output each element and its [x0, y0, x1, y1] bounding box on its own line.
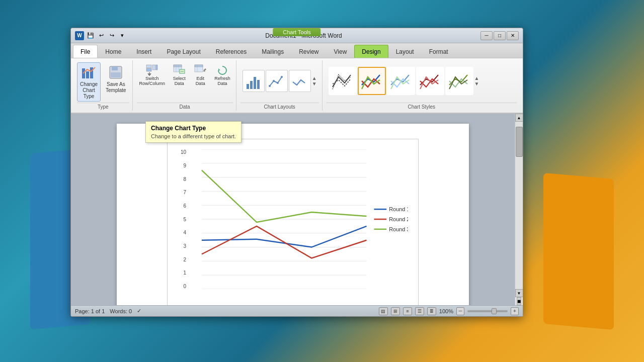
styles-scroll-up[interactable]: ▲ [474, 75, 479, 81]
y-label-6: 6 [171, 203, 186, 209]
vertical-scrollbar[interactable]: ▲ ▼ ◼ [515, 114, 523, 305]
zoom-in-btn[interactable]: + [511, 307, 519, 315]
page-info: Page: 1 of 1 [75, 308, 105, 314]
svg-marker-20 [218, 68, 220, 70]
undo-quick-btn[interactable]: ↩ [97, 31, 106, 40]
save-as-template-button[interactable]: Save AsTemplate [103, 62, 129, 96]
redo-quick-btn[interactable]: ↪ [107, 31, 116, 40]
scroll-up-button[interactable]: ▲ [515, 114, 523, 122]
tab-page-layout[interactable]: Page Layout [159, 45, 208, 58]
svg-rect-23 [254, 77, 256, 89]
change-chart-label: ChangeChartType [80, 81, 98, 100]
ribbon: File Home Insert Page Layout References … [71, 43, 523, 114]
zoom-out-btn[interactable]: ─ [456, 307, 464, 315]
chart-style-3[interactable] [387, 67, 415, 95]
tab-format[interactable]: Format [422, 45, 456, 58]
document-area: 0 1 2 3 4 5 6 7 8 9 10 [71, 114, 515, 305]
bg-shape-right [543, 173, 614, 330]
svg-rect-1 [86, 71, 89, 78]
full-screen-btn[interactable]: ⊞ [391, 307, 400, 315]
zoom-thumb[interactable] [492, 308, 497, 314]
outline-btn[interactable]: ☰ [415, 307, 424, 315]
title-bar-left: W 💾 ↩ ↪ ▾ [75, 31, 127, 40]
svg-text:Round 3: Round 3 [389, 226, 408, 232]
svg-point-27 [277, 82, 279, 84]
ribbon-group-chart-styles: ▲ ▼ Chart Styles [324, 60, 520, 111]
tab-mailings[interactable]: Mailings [254, 45, 291, 58]
zoom-level: 100% [439, 308, 453, 314]
svg-point-26 [273, 80, 275, 82]
edit-data-button[interactable]: EditData [191, 62, 210, 88]
y-label-0: 0 [171, 284, 186, 289]
chart-layout-1[interactable] [243, 70, 265, 92]
svg-rect-17 [195, 65, 203, 67]
y-label-4: 4 [171, 230, 186, 235]
save-quick-btn[interactable]: 💾 [86, 31, 95, 40]
tab-design[interactable]: Design [354, 45, 388, 58]
chart-tools-badge: Chart Tools [273, 28, 320, 36]
type-buttons: ChangeChartType Save AsTemplate [77, 60, 129, 102]
chart-styles-buttons: ▲ ▼ [327, 60, 517, 102]
chart-layout-3[interactable] [289, 70, 311, 92]
svg-rect-22 [250, 81, 253, 89]
tab-references[interactable]: References [208, 45, 254, 58]
data-buttons: SwitchRow/Column [137, 60, 233, 102]
scroll-down-button[interactable]: ▼ [515, 289, 523, 297]
svg-rect-11 [174, 65, 182, 67]
tab-review[interactable]: Review [291, 45, 326, 58]
chart-style-2[interactable] [358, 67, 386, 95]
change-chart-icon [81, 64, 97, 80]
ribbon-tabs: File Home Insert Page Layout References … [71, 43, 523, 58]
close-button[interactable]: ✕ [507, 31, 519, 40]
change-chart-type-button[interactable]: ChangeChartType [77, 62, 101, 102]
svg-rect-24 [257, 80, 260, 89]
chart-styles-group-label: Chart Styles [327, 103, 517, 111]
minimize-button[interactable]: ─ [480, 31, 493, 40]
draft-btn[interactable]: ≣ [427, 307, 436, 315]
web-layout-btn[interactable]: ≡ [403, 307, 412, 315]
zoom-slider[interactable] [467, 310, 508, 312]
svg-rect-8 [152, 65, 155, 70]
layouts-scroll-down[interactable]: ▼ [312, 81, 317, 86]
tab-view[interactable]: View [327, 45, 355, 58]
styles-scroll-down[interactable]: ▼ [474, 81, 479, 86]
chart-layouts-group-label: Chart Layouts [240, 103, 319, 111]
chart-style-5[interactable] [445, 67, 473, 95]
data-group-label: Data [137, 103, 233, 111]
svg-text:Round 2: Round 2 [389, 216, 408, 222]
customize-quick-btn[interactable]: ▾ [118, 31, 127, 40]
ribbon-group-chart-layouts: ▲ ▼ Chart Layouts [237, 60, 323, 111]
chart-area: 0 1 2 3 4 5 6 7 8 9 10 [167, 139, 419, 305]
switch-row-column-button[interactable]: SwitchRow/Column [137, 62, 168, 88]
ribbon-group-data: SwitchRow/Column [134, 60, 236, 111]
edit-data-label: EditData [196, 76, 205, 86]
type-group-label: Type [77, 103, 129, 111]
scroll-thumb[interactable] [516, 127, 523, 157]
select-data-button[interactable]: SelectData [170, 62, 189, 88]
refresh-data-button[interactable]: RefreshData [212, 62, 233, 88]
tab-insert[interactable]: Insert [129, 45, 159, 58]
svg-rect-4 [112, 66, 118, 70]
svg-point-28 [281, 76, 283, 78]
spell-check-icon[interactable]: ✓ [137, 308, 141, 314]
word-window: W 💾 ↩ ↪ ▾ Chart Tools Document1 - Micros… [70, 28, 523, 317]
restore-button[interactable]: □ [494, 31, 506, 40]
tab-home[interactable]: Home [98, 45, 129, 58]
title-bar: W 💾 ↩ ↪ ▾ Chart Tools Document1 - Micros… [71, 28, 523, 43]
print-layout-btn[interactable]: ▤ [379, 307, 388, 315]
select-data-icon [173, 64, 185, 76]
chart-style-1[interactable] [329, 67, 357, 95]
words-info: Words: 0 [110, 308, 132, 314]
tab-file[interactable]: File [73, 45, 98, 58]
refresh-data-label: RefreshData [214, 76, 230, 86]
chart-style-4[interactable] [416, 67, 444, 95]
layouts-scroll-up[interactable]: ▲ [312, 75, 317, 81]
scroll-track[interactable] [515, 122, 523, 289]
y-label-8: 8 [171, 176, 186, 182]
tab-layout[interactable]: Layout [388, 45, 422, 58]
save-template-icon [108, 64, 124, 80]
ribbon-content: ChangeChartType Save AsTemplate [71, 58, 523, 113]
status-bar: Page: 1 of 1 Words: 0 ✓ ▤ ⊞ ≡ ☰ ≣ 100% ─… [71, 305, 523, 316]
svg-rect-2 [90, 67, 93, 78]
chart-layout-2[interactable] [266, 70, 288, 92]
